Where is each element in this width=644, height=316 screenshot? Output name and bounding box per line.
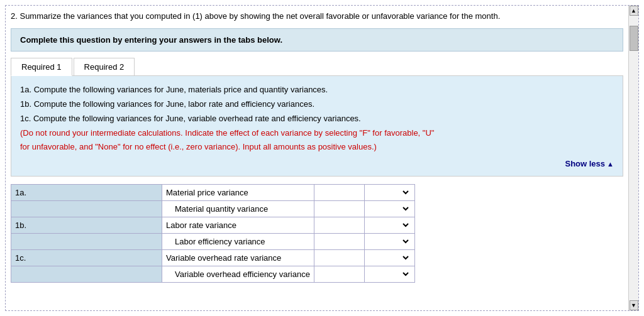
table-section-1	[11, 201, 162, 217]
table-input1-4[interactable]	[314, 250, 364, 266]
instructions: 1a. Compute the following variances for …	[20, 84, 614, 154]
table-select-1[interactable]: FUNone	[364, 201, 414, 217]
scroll-up-arrow[interactable]: ▲	[630, 6, 638, 16]
table-label-2: Labor rate variance	[162, 217, 314, 234]
question-text: 2. Summarize the variances that you comp…	[11, 11, 623, 22]
tab-required1[interactable]: Required 1	[11, 58, 72, 76]
input-amount-5[interactable]	[318, 270, 360, 279]
tab-required2[interactable]: Required 2	[74, 58, 135, 75]
table-label-0: Material price variance	[162, 185, 314, 201]
table-select-3[interactable]: FUNone	[364, 234, 414, 250]
table-select-2[interactable]: FUNone	[364, 217, 414, 234]
complete-box: Complete this question by entering your …	[11, 28, 623, 52]
scrollbar[interactable]: ▲ ▼	[628, 6, 638, 310]
table-label-5: Variable overhead efficiency variance	[162, 266, 314, 283]
table-section-5	[11, 266, 162, 283]
select-effect-3[interactable]: FUNone	[369, 236, 411, 247]
tab-content: 1a. Compute the following variances for …	[11, 76, 623, 177]
table-input1-2[interactable]	[314, 217, 364, 234]
instruction-line4: (Do not round your intermediate calculat…	[20, 127, 614, 140]
table-label-4: Variable overhead rate variance	[162, 250, 314, 266]
table-section-0: 1a.	[11, 185, 162, 201]
select-effect-2[interactable]: FUNone	[369, 220, 411, 231]
input-amount-4[interactable]	[318, 253, 360, 263]
variance-table: 1a.Material price varianceFUNoneMaterial…	[11, 184, 415, 283]
select-effect-1[interactable]: FUNone	[369, 204, 411, 214]
table-label-1: Material quantity variance	[162, 201, 314, 217]
table-input1-1[interactable]	[314, 201, 364, 217]
show-less-arrow: ▲	[605, 160, 614, 168]
instruction-line5: for unfavorable, and "None" for no effec…	[20, 141, 614, 154]
table-select-5[interactable]: FUNone	[364, 266, 414, 283]
table-label-3: Labor efficiency variance	[162, 234, 314, 250]
scrollbar-thumb[interactable]	[630, 26, 638, 51]
input-amount-3[interactable]	[318, 237, 360, 246]
table-input1-5[interactable]	[314, 266, 364, 283]
table-section-2: 1b.	[11, 217, 162, 234]
table-input1-3[interactable]	[314, 234, 364, 250]
input-amount-1[interactable]	[318, 204, 360, 214]
instruction-line2: 1b. Compute the following variances for …	[20, 98, 614, 111]
select-effect-4[interactable]: FUNone	[369, 253, 411, 263]
input-amount-0[interactable]	[318, 188, 360, 197]
show-less-button[interactable]: Show less ▲	[20, 159, 614, 168]
select-effect-0[interactable]: FUNone	[369, 187, 411, 198]
table-section-4: 1c.	[11, 250, 162, 266]
table-section-3	[11, 234, 162, 250]
table-select-0[interactable]: FUNone	[364, 185, 414, 201]
scroll-down-arrow[interactable]: ▼	[630, 300, 638, 310]
tabs-row: Required 1 Required 2	[11, 58, 623, 76]
instruction-line3: 1c. Compute the following variances for …	[20, 112, 614, 126]
instruction-line1: 1a. Compute the following variances for …	[20, 84, 614, 97]
table-select-4[interactable]: FUNone	[364, 250, 414, 266]
select-effect-5[interactable]: FUNone	[369, 269, 411, 280]
input-amount-2[interactable]	[318, 221, 360, 230]
table-input1-0[interactable]	[314, 185, 364, 201]
